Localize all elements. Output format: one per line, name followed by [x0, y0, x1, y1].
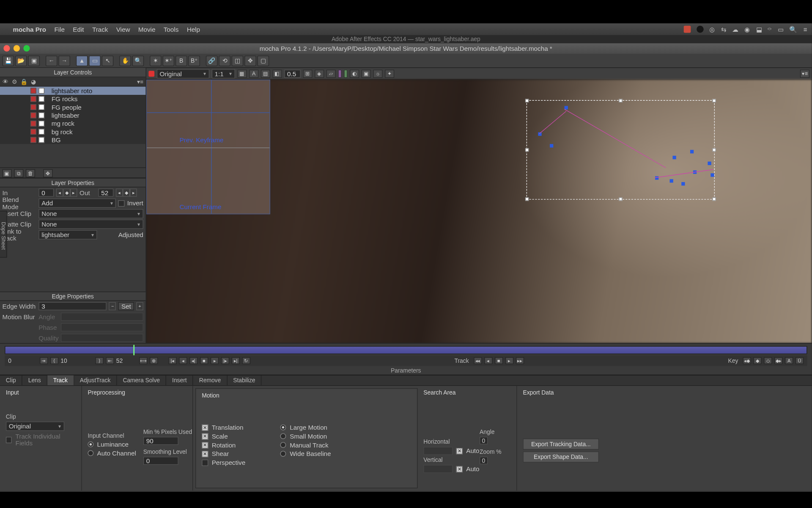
layer-row[interactable]: lightsaber: [0, 111, 145, 119]
color-swatch-1[interactable]: [338, 69, 341, 77]
out-field[interactable]: 52: [98, 188, 113, 196]
tab-clip[interactable]: Clip: [0, 375, 22, 386]
open-button[interactable]: 📂: [15, 55, 27, 66]
color-icon[interactable]: ◕: [31, 78, 36, 85]
tab-track[interactable]: Track: [47, 375, 74, 386]
mac-menubar[interactable]: mocha Pro File Edit Track View Movie Too…: [0, 23, 812, 35]
export-shape-button[interactable]: Export Shape Data...: [523, 451, 599, 462]
goto-in-button[interactable]: ⟨: [50, 357, 58, 364]
tab-insert[interactable]: Insert: [166, 375, 193, 386]
track-back-button[interactable]: ◂◂: [474, 357, 482, 364]
goto-out-button[interactable]: ⟩: [95, 357, 103, 364]
battery-icon[interactable]: ▭: [778, 25, 784, 33]
status-dot-icon[interactable]: [697, 26, 704, 33]
viewer-menu-icon[interactable]: ▾≡: [800, 69, 809, 77]
in-prev-button[interactable]: ◂: [56, 188, 63, 196]
out-prev-button[interactable]: ◂: [116, 188, 123, 196]
manual-track-radio[interactable]: [280, 442, 286, 448]
lasso-tool[interactable]: ↖: [102, 55, 114, 66]
auto-channel-radio[interactable]: [88, 450, 93, 456]
delete-button[interactable]: 🗑: [26, 169, 35, 177]
marquee-tool[interactable]: ▭: [89, 55, 101, 66]
transform-tool[interactable]: ◫: [232, 55, 244, 66]
shear-checkbox[interactable]: [202, 450, 208, 457]
in-next-button[interactable]: ▸: [70, 188, 77, 196]
xspline-tool[interactable]: ✶: [150, 55, 162, 66]
link-track-dropdown[interactable]: lightsaber: [38, 230, 97, 240]
overlay-opacity-field[interactable]: 0.5: [284, 69, 301, 77]
angle-field[interactable]: 0: [480, 437, 488, 444]
duplicate-button[interactable]: ⧉: [14, 169, 23, 177]
gear-icon[interactable]: ⚙: [12, 78, 17, 85]
mac-status-icons[interactable]: ◎ ⇆ ☁ ◉ ⬓ ⌔ ▭ 🔍 ≡: [683, 25, 807, 33]
vert-auto-checkbox[interactable]: [456, 466, 463, 472]
layer-list[interactable]: lightsaber roto FG rocks FG people light…: [0, 87, 145, 144]
close-icon[interactable]: [3, 45, 10, 51]
prev-key-button[interactable]: ◂◆: [743, 357, 751, 364]
tab-adjusttrack[interactable]: AdjustTrack: [74, 375, 117, 386]
stop-button[interactable]: ■: [200, 357, 208, 364]
color-swatch-2[interactable]: [344, 69, 347, 77]
matte-clip-dropdown[interactable]: None: [38, 220, 143, 229]
layer-row[interactable]: FG rocks: [0, 95, 145, 103]
step-fwd-button[interactable]: |▸: [221, 357, 229, 364]
insert-clip-dropdown[interactable]: None: [38, 209, 143, 218]
set-button[interactable]: Set: [118, 302, 134, 310]
play-button[interactable]: ▸: [211, 357, 219, 364]
viewer-zoom-dropdown[interactable]: 1:1: [212, 69, 235, 78]
zoom-tool[interactable]: 🔍: [132, 55, 144, 66]
timeline-track[interactable]: [5, 346, 807, 354]
minimize-icon[interactable]: [14, 45, 20, 51]
blend-mode-dropdown[interactable]: Add: [38, 199, 116, 208]
viewer-clip-dropdown[interactable]: Original: [157, 69, 209, 78]
rgb-icon[interactable]: ▦: [237, 69, 247, 77]
rotate-tool[interactable]: ⟲: [219, 55, 230, 66]
menu-view[interactable]: View: [116, 26, 130, 33]
target-icon[interactable]: ◉: [744, 25, 750, 33]
viewer[interactable]: Original 1:1 ▦ A ▤ ◧ 0.5 ⊞ ◈ ▱ ◐ ▣ ☼ ✦ ▾…: [146, 68, 812, 343]
tab-remove[interactable]: Remove: [193, 375, 228, 386]
track-stop-button[interactable]: ■: [494, 357, 502, 364]
attach-tool[interactable]: 🔗: [206, 55, 218, 66]
autokey-button[interactable]: A: [785, 357, 793, 364]
undo-button[interactable]: ←: [46, 55, 58, 66]
in-field[interactable]: 0: [38, 188, 54, 196]
wifi-icon[interactable]: ⌔: [768, 26, 772, 33]
track-fwd-1-button[interactable]: ▸: [505, 357, 513, 364]
group-button[interactable]: ▣: [3, 169, 12, 177]
del-key-button[interactable]: ◇: [764, 357, 772, 364]
brightness-icon[interactable]: ☼: [373, 69, 382, 77]
select-tool[interactable]: ▲: [76, 55, 88, 66]
add-xspline-tool[interactable]: ✶⁺: [162, 55, 174, 66]
grid-icon[interactable]: ⊞: [303, 69, 312, 77]
small-motion-radio[interactable]: [280, 433, 286, 439]
next-key-button[interactable]: ◆▸: [774, 357, 782, 364]
loop-button[interactable]: ↻: [242, 357, 250, 364]
export-button[interactable]: ▣: [28, 55, 40, 66]
record-icon[interactable]: [683, 26, 691, 33]
overlay-icon[interactable]: ◧: [272, 69, 282, 77]
cc-icon[interactable]: ◎: [709, 25, 715, 33]
go-end-button[interactable]: ▸|: [231, 357, 239, 364]
mask-icon[interactable]: ◐: [350, 69, 359, 77]
in-key-button[interactable]: ◆: [63, 188, 70, 196]
playhead[interactable]: [133, 345, 134, 356]
track-fwd-button[interactable]: ▸▸: [516, 357, 524, 364]
window-titlebar[interactable]: mocha Pro 4.1.2 - /Users/MaryP/Desktop/M…: [0, 43, 812, 54]
save-button[interactable]: 💾: [3, 55, 14, 66]
eye-icon[interactable]: 👁: [3, 78, 8, 85]
menu-edit[interactable]: Edit: [73, 26, 84, 33]
export-tracking-button[interactable]: Export Tracking Data...: [523, 439, 599, 450]
step-back-button[interactable]: ◂: [179, 357, 187, 364]
timeline[interactable]: 0 ⇥ ⟨ 10 ⟩ ⇤ 52 ⟷ ⊕ |◂ ◂ ◂| ■ ▸ |▸ ▸| ↻ …: [0, 343, 812, 366]
lock-icon[interactable]: 🔒: [20, 78, 27, 85]
spotlight-icon[interactable]: 🔍: [789, 25, 797, 33]
maximize-icon[interactable]: [23, 45, 30, 51]
sync-icon[interactable]: ⇆: [721, 25, 726, 33]
track-individual-checkbox[interactable]: [6, 436, 12, 443]
tab-camerasolve[interactable]: Camera Solve: [117, 375, 167, 386]
menu-file[interactable]: File: [54, 26, 65, 33]
smoothing-field[interactable]: 0: [143, 457, 178, 465]
dropbox-icon[interactable]: ⬓: [756, 25, 762, 33]
min-pixels-field[interactable]: 90: [143, 437, 178, 445]
